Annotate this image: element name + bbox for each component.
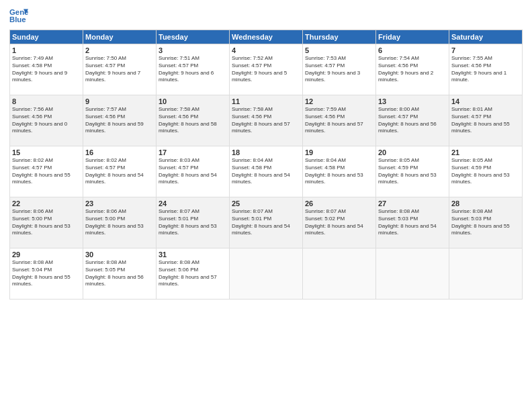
day-number: 12 <box>305 97 373 105</box>
day-info: Sunrise: 8:05 AMSunset: 4:59 PMDaylight:… <box>378 157 447 186</box>
calendar-cell: 28Sunrise: 8:08 AMSunset: 5:03 PMDayligh… <box>449 197 523 248</box>
day-info: Sunrise: 7:58 AMSunset: 4:56 PMDaylight:… <box>159 106 227 135</box>
dow-header: Thursday <box>303 30 376 44</box>
day-number: 22 <box>12 199 81 208</box>
day-number: 30 <box>85 250 154 259</box>
calendar-cell: 14Sunrise: 8:01 AMSunset: 4:57 PMDayligh… <box>449 95 523 146</box>
calendar-cell: 12Sunrise: 7:59 AMSunset: 4:56 PMDayligh… <box>303 95 376 146</box>
day-info: Sunrise: 8:05 AMSunset: 4:59 PMDaylight:… <box>451 157 520 186</box>
dow-header: Saturday <box>449 30 523 44</box>
calendar-cell <box>449 248 523 300</box>
day-number: 5 <box>305 46 373 54</box>
calendar-cell: 2Sunrise: 7:50 AMSunset: 4:57 PMDaylight… <box>83 44 157 95</box>
day-info: Sunrise: 7:52 AMSunset: 4:57 PMDaylight:… <box>232 55 300 84</box>
day-info: Sunrise: 7:49 AMSunset: 4:58 PMDaylight:… <box>12 55 81 84</box>
calendar-cell: 1Sunrise: 7:49 AMSunset: 4:58 PMDaylight… <box>10 44 83 95</box>
day-info: Sunrise: 8:04 AMSunset: 4:58 PMDaylight:… <box>305 157 373 186</box>
calendar-cell: 24Sunrise: 8:07 AMSunset: 5:01 PMDayligh… <box>157 197 230 248</box>
day-info: Sunrise: 8:07 AMSunset: 5:01 PMDaylight:… <box>232 208 300 237</box>
day-of-week-row: SundayMondayTuesdayWednesdayThursdayFrid… <box>10 30 523 44</box>
day-info: Sunrise: 8:01 AMSunset: 4:57 PMDaylight:… <box>451 106 520 135</box>
day-info: Sunrise: 8:04 AMSunset: 4:58 PMDaylight:… <box>232 157 300 186</box>
calendar-week-row: 15Sunrise: 8:02 AMSunset: 4:57 PMDayligh… <box>10 146 523 197</box>
calendar-cell: 6Sunrise: 7:54 AMSunset: 4:56 PMDaylight… <box>376 44 449 95</box>
calendar-cell: 31Sunrise: 8:08 AMSunset: 5:06 PMDayligh… <box>157 248 230 300</box>
day-number: 11 <box>232 97 300 105</box>
day-info: Sunrise: 8:08 AMSunset: 5:06 PMDaylight:… <box>159 259 227 288</box>
day-number: 13 <box>378 97 447 105</box>
day-number: 10 <box>159 97 227 105</box>
day-info: Sunrise: 8:08 AMSunset: 5:05 PMDaylight:… <box>85 259 154 288</box>
day-number: 23 <box>85 199 154 208</box>
calendar-cell <box>303 248 376 300</box>
calendar-cell: 16Sunrise: 8:02 AMSunset: 4:57 PMDayligh… <box>83 146 157 197</box>
dow-header: Monday <box>83 30 157 44</box>
dow-header: Tuesday <box>157 30 230 44</box>
day-info: Sunrise: 7:58 AMSunset: 4:56 PMDaylight:… <box>232 106 300 135</box>
day-info: Sunrise: 8:08 AMSunset: 5:03 PMDaylight:… <box>378 208 447 237</box>
calendar-cell: 27Sunrise: 8:08 AMSunset: 5:03 PMDayligh… <box>376 197 449 248</box>
calendar-cell: 7Sunrise: 7:55 AMSunset: 4:56 PMDaylight… <box>449 44 523 95</box>
calendar-cell: 21Sunrise: 8:05 AMSunset: 4:59 PMDayligh… <box>449 146 523 197</box>
day-number: 17 <box>159 148 227 156</box>
day-info: Sunrise: 7:55 AMSunset: 4:56 PMDaylight:… <box>451 55 520 84</box>
day-number: 3 <box>159 46 227 54</box>
day-number: 9 <box>85 97 154 105</box>
day-info: Sunrise: 8:07 AMSunset: 5:01 PMDaylight:… <box>159 208 227 237</box>
day-number: 31 <box>159 250 227 259</box>
calendar-cell <box>376 248 449 300</box>
calendar-cell: 30Sunrise: 8:08 AMSunset: 5:05 PMDayligh… <box>83 248 157 300</box>
day-info: Sunrise: 8:07 AMSunset: 5:02 PMDaylight:… <box>305 208 373 237</box>
calendar-cell: 18Sunrise: 8:04 AMSunset: 4:58 PMDayligh… <box>230 146 303 197</box>
day-info: Sunrise: 7:59 AMSunset: 4:56 PMDaylight:… <box>305 106 373 135</box>
calendar-page: General Blue SundayMondayTuesdayWednesda… <box>0 0 532 411</box>
dow-header: Wednesday <box>230 30 303 44</box>
calendar-cell: 11Sunrise: 7:58 AMSunset: 4:56 PMDayligh… <box>230 95 303 146</box>
day-number: 29 <box>12 250 81 259</box>
calendar-cell: 23Sunrise: 8:06 AMSunset: 5:00 PMDayligh… <box>83 197 157 248</box>
day-info: Sunrise: 8:08 AMSunset: 5:03 PMDaylight:… <box>451 208 520 237</box>
day-number: 16 <box>85 148 154 156</box>
day-info: Sunrise: 8:02 AMSunset: 4:57 PMDaylight:… <box>12 157 81 186</box>
day-number: 6 <box>378 46 447 54</box>
day-number: 20 <box>378 148 447 156</box>
day-number: 21 <box>451 148 520 156</box>
day-info: Sunrise: 8:00 AMSunset: 4:57 PMDaylight:… <box>378 106 447 135</box>
day-number: 24 <box>159 199 227 208</box>
logo-icon: General Blue <box>9 7 28 26</box>
calendar-body: 1Sunrise: 7:49 AMSunset: 4:58 PMDaylight… <box>10 44 523 300</box>
day-number: 27 <box>378 199 447 208</box>
calendar-cell: 3Sunrise: 7:51 AMSunset: 4:57 PMDaylight… <box>157 44 230 95</box>
calendar-cell: 4Sunrise: 7:52 AMSunset: 4:57 PMDaylight… <box>230 44 303 95</box>
day-number: 28 <box>451 199 520 208</box>
calendar-cell: 5Sunrise: 7:53 AMSunset: 4:57 PMDaylight… <box>303 44 376 95</box>
header: General Blue <box>9 7 523 26</box>
dow-header: Sunday <box>10 30 83 44</box>
day-info: Sunrise: 7:56 AMSunset: 4:56 PMDaylight:… <box>12 106 81 135</box>
day-number: 2 <box>85 46 154 54</box>
calendar-week-row: 8Sunrise: 7:56 AMSunset: 4:56 PMDaylight… <box>10 95 523 146</box>
day-number: 1 <box>12 46 81 54</box>
day-info: Sunrise: 8:03 AMSunset: 4:57 PMDaylight:… <box>159 157 227 186</box>
day-info: Sunrise: 7:50 AMSunset: 4:57 PMDaylight:… <box>85 55 154 84</box>
day-number: 26 <box>305 199 373 208</box>
day-info: Sunrise: 7:51 AMSunset: 4:57 PMDaylight:… <box>159 55 227 84</box>
day-number: 8 <box>12 97 81 105</box>
calendar-cell <box>230 248 303 300</box>
day-info: Sunrise: 7:54 AMSunset: 4:56 PMDaylight:… <box>378 55 447 84</box>
day-info: Sunrise: 8:06 AMSunset: 5:00 PMDaylight:… <box>85 208 154 237</box>
calendar-cell: 26Sunrise: 8:07 AMSunset: 5:02 PMDayligh… <box>303 197 376 248</box>
day-info: Sunrise: 8:08 AMSunset: 5:04 PMDaylight:… <box>12 259 81 288</box>
day-info: Sunrise: 7:53 AMSunset: 4:57 PMDaylight:… <box>305 55 373 84</box>
calendar-week-row: 29Sunrise: 8:08 AMSunset: 5:04 PMDayligh… <box>10 248 523 300</box>
day-number: 15 <box>12 148 81 156</box>
day-number: 7 <box>451 46 520 54</box>
logo: General Blue <box>9 7 30 26</box>
day-number: 18 <box>232 148 300 156</box>
day-info: Sunrise: 8:06 AMSunset: 5:00 PMDaylight:… <box>12 208 81 237</box>
dow-header: Friday <box>376 30 449 44</box>
calendar-cell: 9Sunrise: 7:57 AMSunset: 4:56 PMDaylight… <box>83 95 157 146</box>
calendar-cell: 22Sunrise: 8:06 AMSunset: 5:00 PMDayligh… <box>10 197 83 248</box>
calendar-week-row: 22Sunrise: 8:06 AMSunset: 5:00 PMDayligh… <box>10 197 523 248</box>
calendar-cell: 13Sunrise: 8:00 AMSunset: 4:57 PMDayligh… <box>376 95 449 146</box>
